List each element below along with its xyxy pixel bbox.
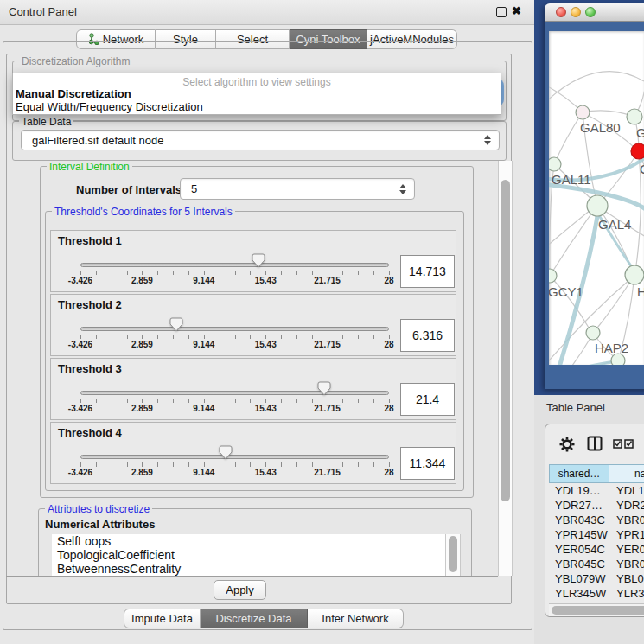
slider-tick (220, 462, 220, 467)
slider-scale-number: 9.144 (193, 468, 214, 477)
tab-discretize-data-label: Discretize Data (215, 612, 291, 625)
network-node-gal11[interactable] (549, 157, 561, 171)
column-header-name[interactable]: name (609, 464, 644, 483)
threshold-slider-track[interactable] (80, 455, 389, 459)
column-header-shared-name[interactable]: shared… (549, 464, 609, 483)
slider-tick (296, 462, 297, 467)
number-of-intervals-combobox[interactable]: 5 (180, 178, 415, 200)
attributes-list-scrollbar-thumb[interactable] (449, 536, 457, 572)
slider-tick (220, 335, 220, 339)
tab-infer-network[interactable]: Infer Network (308, 609, 404, 628)
threshold-slider-thumb[interactable] (317, 381, 331, 396)
table-row[interactable]: YBL079WYBL0 (549, 571, 644, 586)
slider-tick (281, 335, 282, 339)
minimize-traffic-light-icon[interactable] (571, 7, 581, 17)
tab-discretize-data[interactable]: Discretize Data (201, 609, 308, 628)
zoom-traffic-light-icon[interactable] (585, 7, 596, 17)
screenshot-root: Control Panel ✖ Network Style Select Cyn… (0, 0, 644, 644)
table-hscrollbar-thumb[interactable] (552, 606, 644, 615)
network-node-hap2[interactable] (586, 326, 600, 340)
table-row[interactable]: YLR345WYLR3 (549, 586, 644, 601)
threshold-slider-thumb[interactable] (169, 317, 183, 332)
slider-scale-number: 15.43 (255, 468, 277, 477)
slider-tick (358, 335, 359, 339)
network-node-gal80[interactable] (576, 105, 590, 119)
slider-tick (281, 462, 282, 467)
table-rows: YDL19…YDL1YDR27…YDR2YBR043CYBR0YPR145WYP… (549, 483, 644, 615)
threshold-value-field[interactable]: 14.713 (400, 255, 455, 288)
float-window-icon[interactable] (496, 7, 507, 17)
slider-tick (235, 271, 236, 275)
apply-button[interactable]: Apply (214, 580, 266, 600)
table-row[interactable]: YDL19…YDL1 (549, 483, 644, 498)
threshold-slider-thumb[interactable] (252, 253, 265, 268)
attributes-list-scrollbar[interactable] (445, 534, 461, 576)
select-columns-icon[interactable] (587, 436, 603, 451)
table-data-combobox[interactable]: galFiltered.sif default node (21, 130, 500, 150)
threshold-value-field[interactable]: 21.4 (400, 383, 455, 416)
interval-definition-group-title: Interval Definition (47, 161, 132, 173)
threshold-slider-track[interactable] (80, 327, 389, 331)
table-row[interactable]: YER054CYER0 (549, 542, 644, 557)
network-node[interactable] (611, 354, 625, 365)
settings-scrollbar-thumb[interactable] (501, 180, 510, 501)
slider-tick (312, 271, 313, 275)
slider-tick (250, 462, 251, 467)
slider-scale-number: 28 (384, 340, 393, 349)
network-node-gal4[interactable] (587, 195, 608, 216)
numerical-attributes-list[interactable]: SelfLoopsTopologicalCoefficientBetweenne… (52, 534, 445, 576)
settings-scrollbar[interactable] (498, 161, 513, 576)
threshold-slider-thumb[interactable] (219, 445, 233, 460)
tab-impute-data[interactable]: Impute Data (124, 609, 201, 628)
network-canvas[interactable]: GAL80GACGAL11GAL4GCY1HHAP2 (549, 31, 644, 365)
network-node-ga[interactable] (627, 109, 642, 124)
slider-tick (328, 335, 328, 339)
close-traffic-light-icon[interactable] (556, 7, 566, 17)
dropdown-option-manual-discretization[interactable]: Manual Discretization (16, 87, 131, 100)
network-window-titlebar[interactable] (545, 3, 644, 22)
network-graph: GAL80GACGAL11GAL4GCY1HHAP2 (549, 31, 644, 365)
threshold-value-field[interactable]: 6.316 (400, 319, 455, 352)
network-node-gcy1[interactable] (549, 269, 557, 283)
table-panel-window: Table Panel (534, 395, 644, 644)
threshold-slider-track[interactable] (80, 263, 389, 267)
slider-tick (157, 271, 158, 275)
slider-tick (281, 271, 282, 275)
slider-tick (389, 399, 390, 403)
slider-scale-number: 21.715 (314, 276, 341, 285)
threshold-value-field[interactable]: 11.344 (400, 447, 455, 480)
show-columns-checkboxes-icon[interactable] (613, 439, 635, 449)
slider-tick (373, 399, 374, 403)
threshold-label: Threshold 3 (58, 362, 122, 375)
table-row[interactable]: YBR045CYBR0 (549, 557, 644, 571)
network-node-c[interactable] (631, 143, 644, 159)
slider-tick (127, 462, 128, 467)
dropdown-option-equal-width-frequency[interactable]: Equal Width/Frequency Discretization (16, 100, 203, 113)
slider-tick (157, 399, 158, 403)
slider-tick (235, 399, 236, 403)
network-node-h[interactable] (625, 265, 644, 284)
gear-icon[interactable] (559, 437, 575, 452)
threshold-slider-track[interactable] (80, 391, 389, 395)
close-window-icon[interactable]: ✖ (512, 4, 521, 17)
attribute-list-item[interactable]: SelfLoops (52, 534, 445, 548)
table-hscrollbar[interactable] (549, 603, 644, 616)
table-row[interactable]: YBR043CYBR0 (549, 513, 644, 527)
slider-scale-number: 28 (384, 468, 393, 477)
cell-shared-name: YBR045C (555, 557, 605, 571)
slider-tick (157, 335, 158, 339)
control-panel-titlebar[interactable]: Control Panel ✖ (0, 0, 534, 25)
slider-scale-number: 2.859 (131, 276, 153, 285)
attribute-list-item[interactable]: TopologicalCoefficient (52, 548, 445, 562)
combo-arrows-icon (484, 135, 491, 145)
slider-tick (342, 399, 343, 403)
table-row[interactable]: YDR27…YDR2 (549, 498, 644, 513)
slider-tick (220, 271, 220, 275)
table-panel-inner: shared… name YDL19…YDL1YDR27…YDR2YBR043C… (545, 424, 644, 617)
table-row[interactable]: YPR145WYPR1 (549, 527, 644, 542)
network-edge (549, 72, 644, 104)
cell-name: YBR0 (616, 513, 644, 527)
attribute-list-item[interactable]: BetweennessCentrality (52, 562, 445, 576)
network-node-label: C (640, 162, 644, 176)
network-node-label: GAL4 (598, 217, 631, 232)
